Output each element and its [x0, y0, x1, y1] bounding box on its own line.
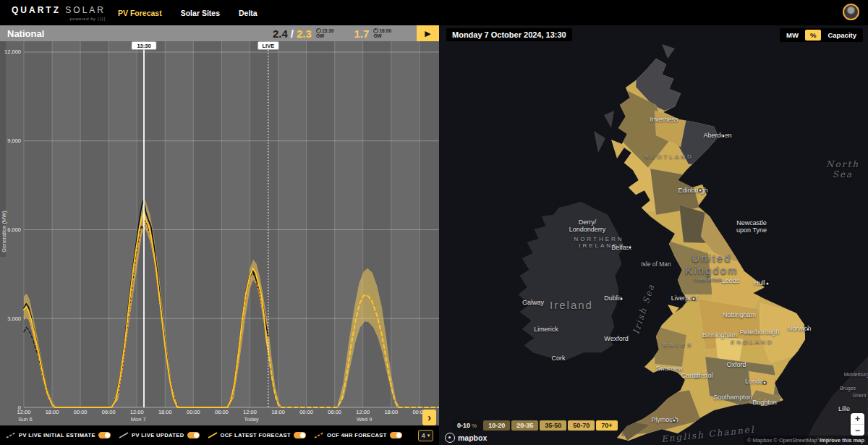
powered-by-label: powered by — [69, 17, 95, 21]
svg-text:18:00: 18:00 — [271, 409, 285, 415]
forecast-hours-value: 4 — [422, 432, 425, 439]
next-forecast-unit: GW — [373, 33, 391, 38]
nav-tabs: PV ForecastSolar SitesDelta — [118, 9, 258, 17]
ocf-logo-mark: ⟨⟩⟨⟨ — [98, 17, 106, 21]
svg-text:Mon 7: Mon 7 — [131, 416, 146, 423]
svg-text:06:00: 06:00 — [215, 409, 229, 415]
svg-text:18:00: 18:00 — [384, 409, 398, 415]
top-nav: QUARTZ SOLAR powered by ⟨⟩⟨⟨ PV Forecast… — [0, 0, 868, 25]
svg-text:Sun 6: Sun 6 — [18, 416, 33, 423]
unit-option-capacity[interactable]: Capacity — [822, 30, 861, 41]
map-panel: InvernessAberdeenSCOTLANDEdinburghNewcas… — [439, 25, 868, 445]
svg-text:12:00: 12:00 — [17, 409, 31, 415]
forecast-meta: 15:30 GW — [316, 28, 334, 38]
svg-text:12:00: 12:00 — [243, 409, 257, 415]
legend-item: OCF LATEST FORECAST — [208, 431, 306, 439]
svg-text:6,000: 6,000 — [7, 226, 21, 233]
legend-item: PV LIVE INITIAL ESTIMATE — [6, 431, 111, 439]
brand-secondary: SOLAR — [65, 5, 106, 15]
brand-text: QUARTZ SOLAR powered by ⟨⟩⟨⟨ — [12, 5, 106, 21]
forecast-value: 2.3 — [297, 27, 312, 40]
scale-bucket-0-10[interactable]: 0-10% — [452, 420, 482, 431]
play-icon: ▶ — [425, 29, 430, 38]
map-color-scale: 0-10%10-2020-3535-5050-7070+ — [452, 420, 618, 431]
svg-text:12:00: 12:00 — [130, 409, 144, 415]
mapbox-logo[interactable]: mapbox — [445, 433, 487, 443]
brand-logo: QUARTZ SOLAR powered by ⟨⟩⟨⟨ — [0, 5, 102, 21]
forecast-hours-select[interactable]: 4 ▾ — [418, 430, 434, 441]
expand-chart-button[interactable]: › — [422, 410, 436, 425]
svg-text:18:00: 18:00 — [158, 409, 172, 415]
legend-item-label: PV LIVE UPDATED — [132, 432, 184, 438]
svg-text:Wed 9: Wed 9 — [357, 416, 373, 423]
svg-text:9,000: 9,000 — [7, 137, 21, 144]
map-attribution: © Mapbox © OpenStreetMap Improve this ma… — [744, 436, 868, 445]
solid-line-icon — [208, 431, 218, 439]
scale-bucket-10-20[interactable]: 10-20 — [483, 420, 510, 431]
series-toggle[interactable] — [390, 432, 402, 438]
map-unit-toggle: MW%Capacity — [780, 28, 863, 42]
legend-items: PV LIVE INITIAL ESTIMATEPV LIVE UPDATEDO… — [6, 431, 402, 439]
mapbox-icon — [445, 433, 455, 443]
readout-separator: / — [291, 27, 294, 40]
brand-primary: QUARTZ — [12, 5, 61, 15]
generation-chart: 03,0006,0009,00012,000Generation (MW)12:… — [0, 41, 439, 425]
dashed-line-icon — [6, 431, 16, 439]
attribution-text: © Mapbox © OpenStreetMap — [747, 437, 817, 444]
legend-item-label: OCF LATEST FORECAST — [221, 432, 291, 438]
pv-actual-value: 2.4 — [273, 27, 288, 40]
uk-map[interactable] — [439, 25, 868, 445]
clock-icon — [316, 28, 321, 33]
series-toggle[interactable] — [98, 432, 111, 438]
svg-text:13:30: 13:30 — [137, 43, 150, 49]
zoom-in-button[interactable]: + — [851, 413, 864, 424]
mapbox-label: mapbox — [458, 433, 487, 442]
scale-bucket-20-35[interactable]: 20-35 — [511, 420, 538, 431]
improve-map-link[interactable]: Improve this map — [820, 437, 864, 444]
tab-solar-sites[interactable]: Solar Sites — [181, 9, 220, 17]
scale-bucket-35-50[interactable]: 35-50 — [540, 420, 566, 431]
avatar[interactable] — [843, 4, 859, 20]
forecast-unit: GW — [316, 33, 334, 38]
tab-pv-forecast[interactable]: PV Forecast — [118, 9, 162, 17]
chart-panel: National 2.4 / 2.3 15:30 GW 1.7 16:00 GW… — [0, 25, 439, 425]
svg-text:Today: Today — [244, 416, 258, 423]
svg-text:3,000: 3,000 — [7, 315, 21, 322]
unit-option-mw[interactable]: MW — [781, 30, 804, 41]
legend-item: PV LIVE UPDATED — [119, 431, 200, 439]
next-forecast-meta: 16:00 GW — [373, 28, 391, 38]
map-zoom-control: + − — [851, 413, 864, 436]
map-datetime-chip: Monday 7 October 2024, 13:30 — [446, 28, 572, 41]
chevron-right-icon: › — [427, 412, 431, 423]
chart-stripes — [24, 41, 439, 407]
forecast-time: 15:30 — [322, 28, 334, 33]
legend-item: OCF 4HR FORECAST — [314, 431, 402, 439]
zoom-out-button[interactable]: − — [851, 424, 864, 436]
play-button[interactable]: ▶ — [417, 25, 439, 41]
svg-text:06:00: 06:00 — [328, 409, 341, 415]
svg-text:00:00: 00:00 — [74, 409, 88, 415]
unit-option-%[interactable]: % — [805, 30, 821, 41]
series-toggle[interactable] — [294, 432, 306, 438]
svg-text:LIVE: LIVE — [263, 43, 275, 49]
svg-text:00:00: 00:00 — [299, 409, 313, 415]
solid-line-icon — [119, 431, 129, 439]
svg-text:18:00: 18:00 — [46, 409, 59, 415]
legend-item-label: OCF 4HR FORECAST — [327, 432, 387, 438]
scale-bucket-50-70[interactable]: 50-70 — [568, 420, 595, 431]
scale-bucket-70+[interactable]: 70+ — [596, 420, 617, 431]
svg-text:Generation (MW): Generation (MW) — [1, 211, 7, 253]
next-forecast-value: 1.7 — [354, 27, 370, 40]
dashed-line-icon — [314, 431, 324, 439]
legend-item-label: PV LIVE INITIAL ESTIMATE — [19, 432, 95, 438]
tab-delta[interactable]: Delta — [239, 9, 258, 17]
generation-readout: 2.4 / 2.3 15:30 GW 1.7 16:00 GW — [273, 27, 391, 40]
next-forecast-time: 16:00 — [379, 28, 391, 33]
chevron-down-icon: ▾ — [427, 433, 430, 438]
page-title: National — [0, 28, 44, 39]
clock-icon — [373, 28, 378, 33]
chart-legend-bar: PV LIVE INITIAL ESTIMATEPV LIVE UPDATEDO… — [0, 425, 439, 445]
chart-header: National 2.4 / 2.3 15:30 GW 1.7 16:00 GW… — [0, 25, 439, 41]
series-toggle[interactable] — [187, 432, 200, 438]
svg-text:06:00: 06:00 — [102, 409, 116, 415]
